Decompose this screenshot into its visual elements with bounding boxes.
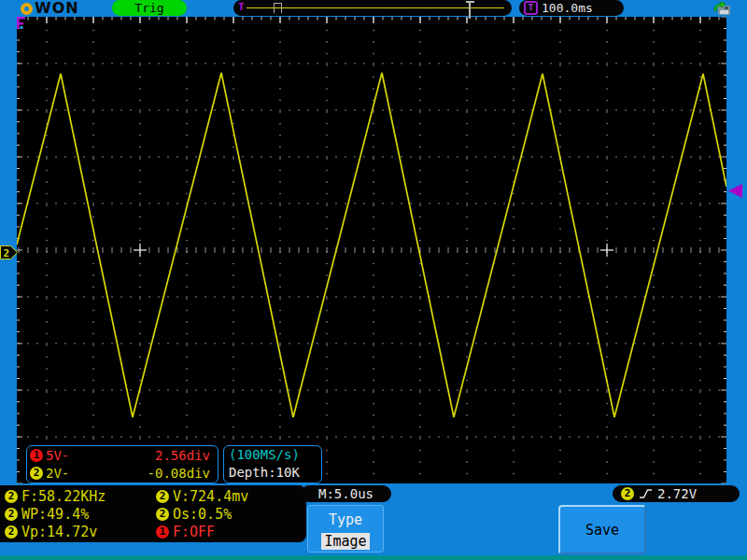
type-button-value: Image bbox=[321, 533, 369, 550]
ch1-position: 2.56div bbox=[155, 448, 210, 463]
usb-storage-icon bbox=[712, 1, 734, 16]
record-trigger-t-icon: T bbox=[238, 1, 245, 14]
sample-rate: (100MS/s) bbox=[229, 446, 321, 464]
ch1-volts-per-div: 5V- bbox=[46, 448, 69, 463]
trigger-position-bar: T bbox=[233, 0, 512, 16]
trigger-t-shield-icon: T bbox=[524, 1, 538, 15]
main-timebase-badge: M:5.0us bbox=[301, 485, 391, 502]
holdoff-time-value: 100.0ms bbox=[542, 1, 593, 15]
bottom-edge-strip bbox=[0, 555, 747, 560]
save-button[interactable]: Save bbox=[558, 505, 646, 554]
ch2-volts-per-div: 2V- bbox=[46, 466, 69, 481]
ch2-zero-level-marker: 2 bbox=[0, 245, 19, 260]
ch1-badge: 1 bbox=[30, 449, 43, 462]
measurement-wp: 2 WP:49.4% bbox=[5, 505, 156, 523]
ch2-marker-label: 2 bbox=[4, 247, 10, 259]
ch2-waveform-trace bbox=[17, 17, 726, 483]
oscilloscope-screen: WON Trig T T 100.0ms bbox=[0, 0, 747, 560]
ch2-position: -0.08div bbox=[148, 466, 210, 481]
type-image-button[interactable]: Type Image bbox=[307, 505, 384, 553]
owon-logo: WON bbox=[21, 0, 79, 17]
trigger-source-badge: 2 bbox=[621, 487, 634, 500]
owon-logo-text: WON bbox=[35, 1, 79, 16]
trigger-offscreen-indicator-icon bbox=[17, 17, 28, 30]
measurement-overshoot: 2 Os:0.5% bbox=[156, 505, 306, 523]
type-button-label: Type bbox=[308, 511, 383, 528]
bottom-status-bar: 2 F:58.22KHz 2 V:724.4mv 2 WP:49.4% 2 Os… bbox=[0, 483, 747, 560]
owon-logo-o-icon bbox=[21, 3, 33, 15]
measurement-vpeak: 2 Vp:14.72v bbox=[5, 523, 156, 540]
top-status-bar: WON Trig T T 100.0ms bbox=[0, 0, 747, 17]
measurement-ch1-freq-off: 1 F:OFF bbox=[156, 523, 306, 540]
measurement-vrms: 2 V:724.4mv bbox=[156, 487, 306, 505]
trigger-level-readout: 2 2.72V bbox=[613, 485, 740, 502]
holdoff-time-badge: T 100.0ms bbox=[519, 0, 624, 16]
trigger-level-arrow-icon bbox=[727, 183, 743, 199]
ch2-settings-row: 2 2V- -0.08div bbox=[27, 464, 218, 482]
ch2-badge: 2 bbox=[30, 467, 43, 480]
rising-edge-icon bbox=[639, 488, 653, 499]
trigger-level-value: 2.72V bbox=[657, 486, 697, 501]
record-viewport-marker-icon bbox=[274, 3, 282, 13]
waveform-display-area: 1 5V- 2.56div 2 2V- -0.08div (100MS/s) D… bbox=[17, 17, 726, 483]
measurements-panel: 2 F:58.22KHz 2 V:724.4mv 2 WP:49.4% 2 Os… bbox=[0, 485, 306, 542]
measurement-frequency: 2 F:58.22KHz bbox=[5, 487, 156, 505]
trig-status-badge: Trig bbox=[112, 0, 187, 16]
channel-settings-overlay: 1 5V- 2.56div 2 2V- -0.08div bbox=[26, 445, 218, 483]
memory-depth: Depth:10K bbox=[229, 464, 321, 482]
record-length-line bbox=[247, 7, 504, 8]
ch1-settings-row: 1 5V- 2.56div bbox=[27, 446, 218, 464]
acquisition-overlay: (100MS/s) Depth:10K bbox=[223, 445, 322, 483]
